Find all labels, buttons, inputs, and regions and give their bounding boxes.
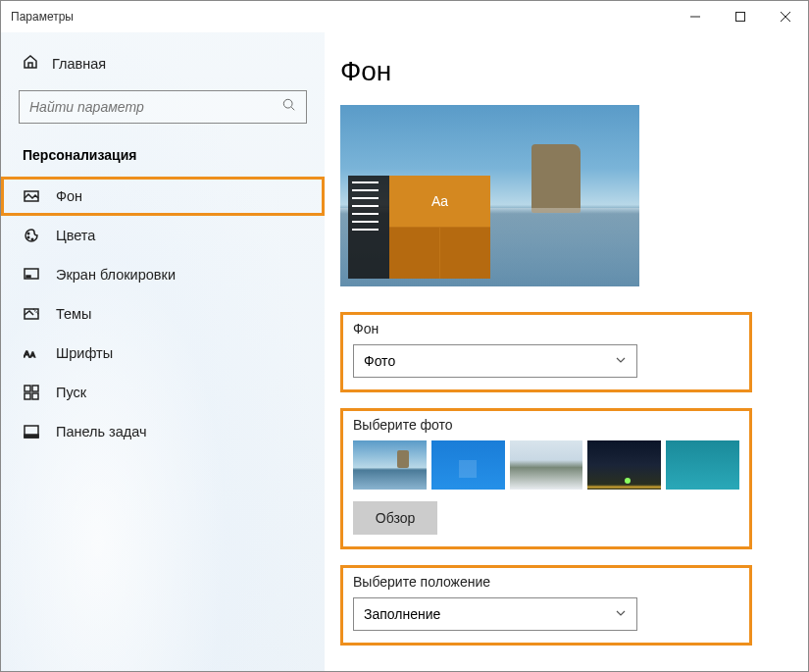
home-button[interactable]: Главная [1, 42, 325, 84]
dropdown-value: Фото [364, 353, 395, 369]
svg-rect-16 [32, 386, 38, 391]
themes-icon [23, 306, 40, 322]
choose-photo-section: Выберите фото Обзор [340, 408, 752, 549]
fonts-icon: AA [23, 345, 40, 361]
photo-thumbnails [353, 440, 739, 490]
lockscreen-icon [23, 267, 40, 283]
search-icon [282, 98, 296, 116]
fit-section: Выберите положение Заполнение [340, 565, 752, 646]
titlebar: Параметры [1, 1, 808, 32]
nav-label: Шрифты [56, 345, 113, 361]
sidebar-item-lockscreen[interactable]: Экран блокировки [1, 255, 325, 294]
preview-tile-text: Aa [389, 176, 490, 227]
home-label: Главная [52, 56, 106, 72]
chevron-down-icon [614, 353, 627, 369]
svg-rect-15 [25, 386, 30, 391]
svg-point-7 [27, 233, 29, 234]
sidebar-item-start[interactable]: Пуск [1, 373, 325, 412]
choose-photo-label: Выберите фото [353, 417, 739, 433]
maximize-button[interactable] [718, 1, 763, 32]
picture-icon [23, 188, 40, 204]
home-icon [23, 54, 38, 73]
fit-dropdown[interactable]: Заполнение [353, 597, 637, 631]
section-title: Персонализация [1, 141, 325, 177]
background-dropdown-section: Фон Фото [340, 312, 752, 392]
sidebar-item-taskbar[interactable]: Панель задач [1, 412, 325, 451]
svg-rect-11 [26, 276, 30, 278]
background-type-dropdown[interactable]: Фото [353, 344, 637, 378]
svg-point-8 [27, 236, 29, 238]
svg-text:A: A [30, 351, 35, 359]
nav-label: Панель задач [56, 424, 147, 439]
start-icon [23, 385, 40, 400]
palette-icon [23, 228, 40, 243]
browse-button[interactable]: Обзор [353, 501, 437, 535]
minimize-button[interactable] [673, 1, 718, 32]
search-box[interactable] [19, 90, 307, 124]
close-button[interactable] [763, 1, 808, 32]
start-menu-preview: Aa [348, 176, 490, 279]
page-title: Фон [340, 56, 773, 87]
photo-thumbnail-2[interactable] [431, 440, 505, 490]
photo-thumbnail-1[interactable] [353, 440, 427, 490]
svg-point-9 [31, 238, 33, 240]
window-controls [673, 1, 808, 32]
nav-label: Фон [56, 188, 82, 204]
background-label: Фон [353, 321, 739, 336]
main-panel: Фон Aa Фон Фото [325, 32, 808, 671]
sidebar-item-themes[interactable]: Темы [1, 294, 325, 334]
svg-point-4 [283, 99, 292, 108]
dropdown-value: Заполнение [364, 606, 440, 622]
photo-thumbnail-3[interactable] [510, 440, 583, 490]
desktop-preview: Aa [340, 105, 639, 286]
svg-line-5 [291, 107, 294, 110]
nav-label: Пуск [56, 385, 86, 400]
fit-label: Выберите положение [353, 574, 739, 590]
svg-rect-17 [25, 393, 30, 399]
chevron-down-icon [614, 606, 627, 622]
svg-rect-1 [736, 13, 745, 22]
svg-text:A: A [24, 348, 30, 359]
nav-label: Экран блокировки [56, 267, 176, 283]
nav-label: Цвета [56, 228, 95, 243]
nav-label: Темы [56, 306, 92, 322]
svg-rect-20 [25, 435, 38, 438]
sidebar-item-colors[interactable]: Цвета [1, 216, 325, 255]
sidebar-item-background[interactable]: Фон [1, 177, 325, 216]
photo-thumbnail-5[interactable] [666, 440, 739, 490]
sidebar-item-fonts[interactable]: AA Шрифты [1, 334, 325, 373]
svg-rect-18 [32, 393, 38, 399]
settings-window: Параметры Главная Персонализация [0, 0, 809, 672]
search-input[interactable] [29, 99, 282, 115]
photo-thumbnail-4[interactable] [587, 440, 661, 490]
content-area: Главная Персонализация Фон Цвета Э [1, 32, 808, 671]
window-title: Параметры [11, 10, 74, 24]
taskbar-icon [23, 424, 40, 439]
sidebar: Главная Персонализация Фон Цвета Э [1, 32, 325, 671]
